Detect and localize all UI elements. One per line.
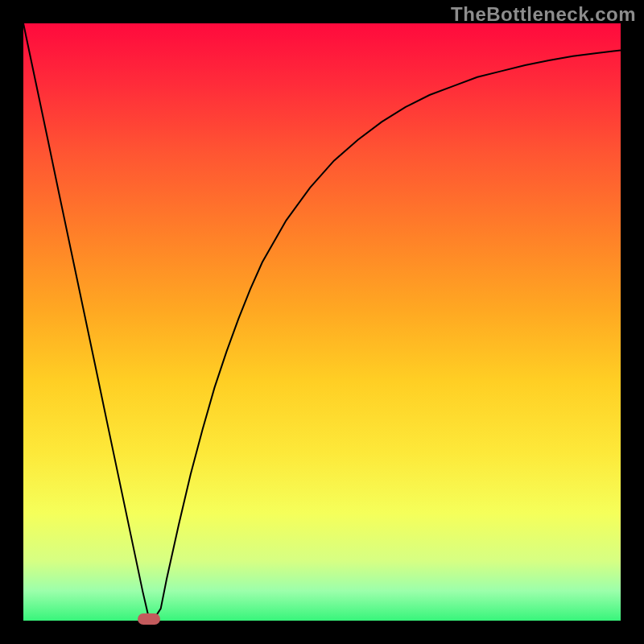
- bottleneck-curve: [23, 23, 621, 617]
- watermark-text: TheBottleneck.com: [451, 3, 636, 26]
- chart-frame: TheBottleneck.com: [0, 0, 644, 644]
- curve-layer: [23, 23, 621, 621]
- optimal-marker: [138, 613, 160, 625]
